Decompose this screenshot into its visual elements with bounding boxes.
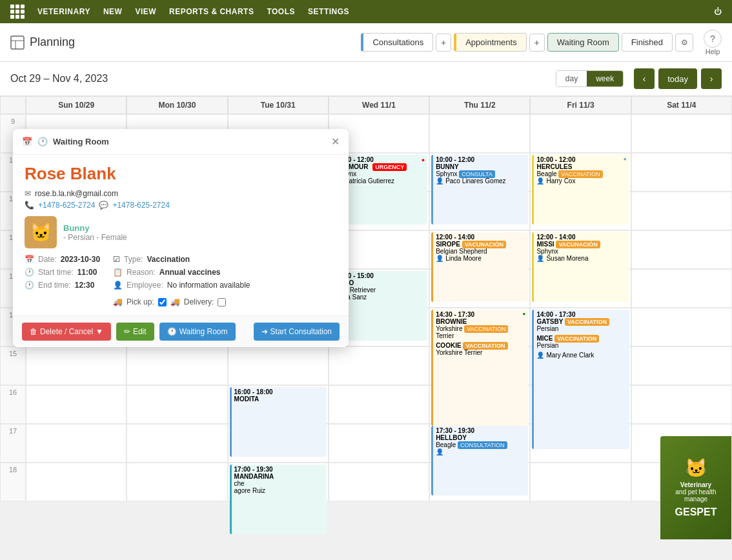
modal-overlay: 📅 🕐 Waiting Room ✕ Rose Blank ✉ rose.b.l…: [0, 0, 732, 560]
phone-row: 📞 +1478-625-2724 💬 +1478-625-2724: [25, 201, 337, 210]
start-time-value: 11:00: [77, 268, 97, 277]
delivery-label: Delivery:: [184, 297, 214, 306]
clock-waiting-icon: 🕐: [167, 327, 177, 336]
start-consultation-button[interactable]: ➜ Start Consultation: [254, 323, 340, 341]
type-value: Vaccination: [147, 255, 190, 264]
pet-name: Bunny: [63, 223, 127, 233]
phone-icon: 📞: [25, 201, 34, 210]
employee-row: 👤 Employee: No information available: [113, 281, 250, 290]
modal-header: 📅 🕐 Waiting Room ✕: [13, 129, 349, 155]
clock-start-icon: 🕐: [25, 268, 34, 277]
reason-icon: 📋: [113, 268, 123, 277]
email-row: ✉ rose.b.la.nk@gmail.com: [25, 189, 337, 198]
arrow-right-icon: ➜: [261, 327, 268, 336]
edit-button[interactable]: ✏ Edit: [116, 323, 154, 341]
whatsapp-icon: 💬: [99, 201, 108, 210]
truck2-icon: 🚚: [170, 297, 180, 306]
end-time-value: 12:30: [75, 281, 95, 290]
employee-icon: 👤: [113, 281, 123, 290]
appointment-modal: 📅 🕐 Waiting Room ✕ Rose Blank ✉ rose.b.l…: [13, 129, 349, 347]
email-value: rose.b.la.nk@gmail.com: [35, 189, 118, 198]
pet-details: - Persian - Female: [63, 233, 127, 242]
email-icon: ✉: [25, 189, 31, 198]
patient-name: Rose Blank: [25, 164, 337, 184]
pickup-delivery-row: 🚚 Pick up: 🚚 Delivery:: [113, 297, 250, 306]
type-column: ☑ Type: Vaccination 📋 Reason: Annual vac…: [113, 255, 250, 306]
pet-row: 🐱 Bunny - Persian - Female: [25, 216, 337, 248]
whatsapp-value[interactable]: +1478-625-2724: [112, 201, 169, 210]
calendar-icon: 📅: [25, 255, 34, 264]
pet-avatar: 🐱: [25, 216, 57, 248]
start-time-row: 🕐 Start time: 11:00: [25, 268, 100, 277]
pickup-checkbox[interactable]: [158, 298, 167, 306]
modal-title: Waiting Room: [53, 137, 109, 146]
dropdown-arrow-icon: ▼: [96, 327, 103, 336]
delete-cancel-button[interactable]: 🗑 Delete / Cancel ▼: [22, 323, 111, 341]
pickup-label: Pick up:: [127, 297, 154, 306]
end-time-row: 🕐 End time: 12:30: [25, 281, 100, 290]
waiting-room-button[interactable]: 🕐 Waiting Room: [159, 323, 236, 341]
modal-body: Rose Blank ✉ rose.b.la.nk@gmail.com 📞 +1…: [13, 155, 349, 315]
date-row: 📅 Date: 2023-10-30: [25, 255, 100, 264]
reason-value: Annual vaccines: [159, 268, 221, 277]
details-columns: 📅 Date: 2023-10-30 🕐 Start time: 11:00 🕐…: [25, 255, 337, 306]
reason-row: 📋 Reason: Annual vaccines: [113, 268, 250, 277]
datetime-column: 📅 Date: 2023-10-30 🕐 Start time: 11:00 🕐…: [25, 255, 100, 306]
employee-value: No information available: [167, 281, 250, 290]
edit-icon: ✏: [124, 327, 130, 336]
modal-close-button[interactable]: ✕: [331, 135, 340, 148]
clock-icon: 🕐: [37, 137, 48, 146]
phone-value[interactable]: +1478-625-2724: [38, 201, 95, 210]
modal-footer: 🗑 Delete / Cancel ▼ ✏ Edit 🕐 Waiting Roo…: [13, 315, 349, 347]
delivery-checkbox[interactable]: [218, 298, 226, 306]
truck-icon: 🚚: [113, 297, 123, 306]
type-row: ☑ Type: Vaccination: [113, 255, 250, 264]
modal-calendar-icon: 📅: [22, 137, 32, 146]
trash-icon: 🗑: [30, 327, 37, 336]
type-checkbox-icon: ☑: [113, 255, 120, 264]
clock-end-icon: 🕐: [25, 281, 34, 290]
date-value: 2023-10-30: [61, 255, 100, 264]
pet-info-block: Bunny - Persian - Female: [63, 223, 127, 242]
